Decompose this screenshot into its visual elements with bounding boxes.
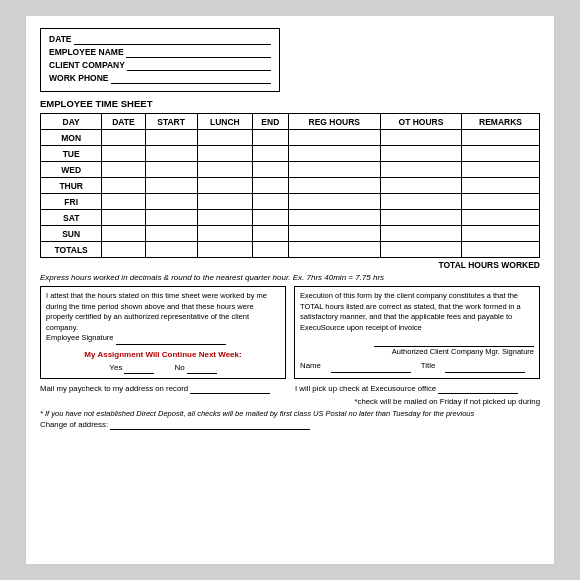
total-hours-row: TOTAL HOURS WORKED	[40, 258, 540, 270]
yes-label: Yes	[109, 362, 122, 373]
col-lunch: LUNCH	[197, 114, 252, 130]
attestation-section: I attest that the hours stated on this t…	[40, 286, 540, 379]
yes-underline	[124, 362, 154, 374]
table-row-totals: TOTALS	[41, 242, 540, 258]
col-end: END	[253, 114, 289, 130]
auth-sig-area: Authorized Client Company Mgr. Signature	[300, 335, 534, 357]
name-underline	[331, 361, 411, 373]
totals-cell: TOTALS	[41, 242, 102, 258]
page: DATE EMPLOYEE NAME CLIENT COMPANY WORK P…	[25, 15, 555, 565]
table-row: WED	[41, 162, 540, 178]
col-reg-hours: REG HOURS	[288, 114, 380, 130]
yes-option: Yes	[109, 362, 154, 374]
table-row: SAT	[41, 210, 540, 226]
no-label: No	[174, 362, 184, 373]
table-row: TUE	[41, 146, 540, 162]
direct-deposit-note: * If you have not established Direct Dep…	[40, 409, 540, 418]
day-cell: MON	[41, 130, 102, 146]
timesheet-table: DAY DATE START LUNCH END REG HOURS OT HO…	[40, 113, 540, 258]
work-phone-underline	[111, 73, 272, 84]
no-underline	[187, 362, 217, 374]
auth-sig-label: Authorized Client Company Mgr. Signature	[392, 347, 534, 356]
day-cell: SUN	[41, 226, 102, 242]
col-start: START	[145, 114, 197, 130]
col-ot-hours: OT HOURS	[380, 114, 461, 130]
date-underline	[74, 34, 271, 45]
work-phone-field: WORK PHONE	[49, 73, 271, 84]
day-cell: TUE	[41, 146, 102, 162]
change-label: Change of address:	[40, 420, 108, 429]
assignment-label: My Assignment Will Continue Next Week:	[46, 349, 280, 360]
table-row: FRI	[41, 194, 540, 210]
yes-no-line: Yes No	[46, 362, 280, 374]
note-line: Express hours worked in decimals & round…	[40, 273, 540, 282]
work-phone-label: WORK PHONE	[49, 73, 109, 83]
mail-label: Mail my paycheck to my address on record	[40, 384, 188, 393]
check-note-area: *check will be mailed on Friday if not p…	[40, 397, 540, 406]
table-row: MON	[41, 130, 540, 146]
attest-right-text: Execution of this form by the client com…	[300, 291, 521, 332]
change-line: Change of address:	[40, 420, 540, 430]
attestation-left: I attest that the hours stated on this t…	[40, 286, 286, 379]
day-cell: WED	[41, 162, 102, 178]
pickup-underline	[438, 384, 518, 394]
bottom-section: Mail my paycheck to my address on record…	[40, 384, 540, 430]
pickup-label: I will pick up check at Execusource offi…	[295, 384, 436, 393]
day-cell: THUR	[41, 178, 102, 194]
day-cell: FRI	[41, 194, 102, 210]
attestation-right: Execution of this form by the client com…	[294, 286, 540, 379]
client-company-label: CLIENT COMPANY	[49, 60, 125, 70]
bottom-row-1: Mail my paycheck to my address on record…	[40, 384, 540, 394]
title-underline	[445, 361, 525, 373]
section-title: EMPLOYEE TIME SHEET	[40, 98, 540, 109]
pickup-label-area: I will pick up check at Execusource offi…	[295, 384, 540, 394]
employee-name-field: EMPLOYEE NAME	[49, 47, 271, 58]
client-company-field: CLIENT COMPANY	[49, 60, 271, 71]
col-day: DAY	[41, 114, 102, 130]
header-box: DATE EMPLOYEE NAME CLIENT COMPANY WORK P…	[40, 28, 280, 92]
client-company-underline	[127, 60, 271, 71]
col-date: DATE	[102, 114, 145, 130]
change-underline	[110, 420, 310, 430]
total-hours-label: TOTAL HOURS WORKED	[40, 258, 540, 270]
bottom-row-2: *check will be mailed on Friday if not p…	[40, 397, 540, 406]
table-header-row: DAY DATE START LUNCH END REG HOURS OT HO…	[41, 114, 540, 130]
name-title-row: Name Title	[300, 361, 534, 373]
employee-name-label: EMPLOYEE NAME	[49, 47, 124, 57]
attest-left-text: I attest that the hours stated on this t…	[46, 291, 267, 332]
employee-name-underline	[126, 47, 271, 58]
day-cell: SAT	[41, 210, 102, 226]
employee-sig-line	[116, 333, 226, 345]
date-field: DATE	[49, 34, 271, 45]
table-row: THUR	[41, 178, 540, 194]
date-label: DATE	[49, 34, 72, 44]
no-option: No	[174, 362, 216, 374]
employee-sig-label: Employee Signature	[46, 333, 114, 342]
table-row: SUN	[41, 226, 540, 242]
col-remarks: REMARKS	[462, 114, 540, 130]
mail-underline	[190, 384, 270, 394]
mail-label-area: Mail my paycheck to my address on record	[40, 384, 285, 394]
title-label: Title	[421, 361, 435, 373]
check-note: *check will be mailed on Friday if not p…	[355, 397, 541, 406]
name-label: Name	[300, 361, 321, 373]
